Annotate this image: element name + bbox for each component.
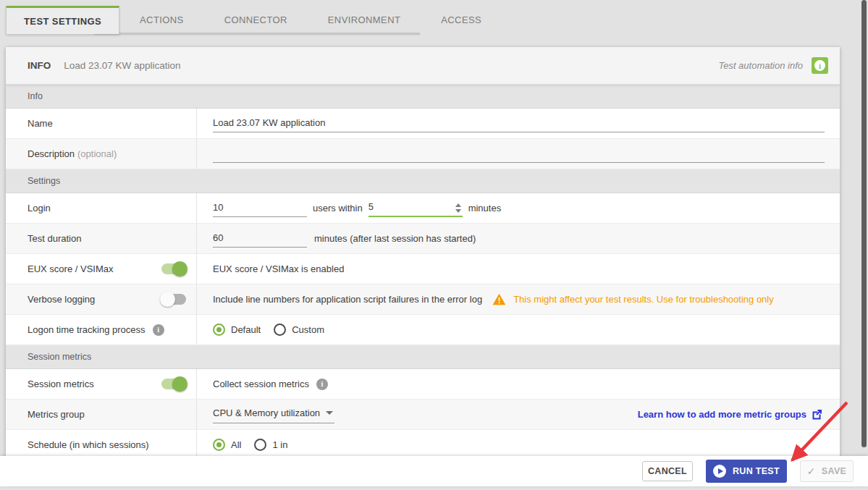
logon-tracking-custom-label: Custom (292, 324, 324, 335)
verbose-warning-text: This might affect your test results. Use… (513, 294, 774, 305)
name-input[interactable] (213, 115, 825, 132)
section-session-metrics-heading: Session metrics (28, 352, 91, 362)
schedule-radio-one-in[interactable]: 1 in (254, 439, 287, 451)
logon-tracking-radio-default[interactable]: Default (213, 324, 261, 336)
scrollbar-thumb[interactable] (861, 0, 867, 447)
verbose-logging-label: Verbose logging (28, 294, 95, 305)
users-within-label: users within (313, 203, 363, 214)
row-metrics-group: Metrics group CPU & Memory utilization L… (6, 400, 840, 430)
check-icon: ✓ (807, 465, 816, 477)
description-optional-label: (optional) (77, 148, 117, 159)
info-header: INFO Load 23.07 KW application Test auto… (6, 47, 840, 85)
action-footer: CANCEL RUN TEST ✓ SAVE (0, 456, 868, 486)
row-login: Login users within minutes (6, 193, 840, 224)
login-label: Login (28, 203, 51, 214)
section-info-heading: Info (28, 91, 43, 101)
description-input[interactable] (213, 145, 825, 163)
tab-actions[interactable]: ACTIONS (119, 6, 204, 34)
section-info: Info (6, 85, 840, 109)
info-badge: INFO (28, 60, 51, 71)
row-session-metrics: Session metrics Collect session metrics … (6, 369, 840, 400)
row-name: Name (6, 109, 840, 139)
metric-groups-link[interactable]: Learn how to add more metric groups (638, 409, 806, 420)
metrics-group-value: CPU & Memory utilization (213, 407, 320, 418)
test-duration-label: Test duration (28, 233, 81, 244)
test-title: Load 23.07 KW application (64, 60, 180, 71)
logon-tracking-radio-custom[interactable]: Custom (274, 324, 324, 336)
session-metrics-toggle[interactable] (161, 379, 186, 389)
test-automation-info-label: Test automation info (718, 60, 803, 71)
tab-environment[interactable]: ENVIRONMENT (308, 6, 421, 34)
play-icon (713, 465, 726, 478)
metrics-group-label: Metrics group (28, 409, 85, 420)
session-metrics-description: Collect session metrics (213, 379, 309, 389)
tab-bar: TEST SETTINGS ACTIONS CONNECTOR ENVIRONM… (6, 6, 502, 34)
eux-toggle[interactable] (161, 263, 186, 274)
login-minutes-field (368, 199, 463, 217)
metrics-group-dropdown[interactable]: CPU & Memory utilization (213, 405, 334, 423)
row-logon-tracking: Logon time tracking process i Default Cu… (6, 315, 840, 345)
session-metrics-label: Session metrics (28, 379, 94, 389)
schedule-all-label: All (231, 439, 241, 450)
schedule-radio-all[interactable]: All (213, 439, 241, 451)
eux-label: EUX score / VSIMax (28, 263, 113, 274)
external-link-icon[interactable] (812, 409, 822, 420)
verbose-description: Include line numbers for application scr… (213, 294, 482, 305)
row-description: Description (optional) (6, 139, 840, 169)
row-verbose-logging: Verbose logging Include line numbers for… (6, 284, 840, 315)
description-label: Description (28, 148, 75, 159)
save-button[interactable]: ✓ SAVE (800, 460, 854, 482)
test-settings-panel: INFO Load 23.07 KW application Test auto… (6, 47, 840, 456)
login-minutes-input[interactable] (368, 199, 454, 214)
number-stepper-icon[interactable] (454, 203, 463, 214)
chevron-down-icon (326, 411, 333, 415)
tab-test-settings[interactable]: TEST SETTINGS (6, 6, 119, 34)
login-users-input[interactable] (213, 200, 307, 217)
run-test-button-label: RUN TEST (733, 466, 780, 476)
section-settings: Settings (6, 169, 840, 193)
verbose-logging-toggle[interactable] (161, 294, 186, 305)
test-automation-info-icon[interactable]: i (812, 57, 828, 74)
name-label: Name (28, 118, 53, 129)
test-duration-suffix-label: minutes (after last session has started) (314, 233, 476, 244)
info-icon[interactable]: i (153, 324, 164, 336)
warning-icon (492, 293, 506, 305)
minutes-label: minutes (468, 203, 502, 214)
radio-unselected-icon (274, 324, 286, 336)
cancel-button[interactable]: CANCEL (642, 461, 693, 481)
row-schedule: Schedule (in which sessions) All 1 in (6, 430, 840, 456)
radio-selected-icon (213, 324, 225, 336)
logon-tracking-label: Logon time tracking process (28, 324, 146, 335)
schedule-one-in-label: 1 in (272, 439, 287, 450)
eux-description: EUX score / VSIMax is enabled (213, 263, 344, 274)
row-test-duration: Test duration minutes (after last sessio… (6, 224, 840, 254)
section-settings-heading: Settings (28, 176, 60, 186)
tab-access[interactable]: ACCESS (421, 6, 502, 34)
radio-unselected-icon (254, 439, 266, 451)
save-button-label: SAVE (822, 466, 846, 476)
radio-selected-icon (213, 439, 225, 451)
row-eux: EUX score / VSIMax EUX score / VSIMax is… (6, 254, 840, 284)
tab-connector[interactable]: CONNECTOR (204, 6, 308, 34)
vertical-scrollbar[interactable] (861, 0, 867, 490)
run-test-button[interactable]: RUN TEST (706, 460, 787, 483)
logon-tracking-default-label: Default (231, 324, 261, 335)
schedule-label: Schedule (in which sessions) (28, 439, 149, 450)
test-duration-input[interactable] (213, 230, 307, 248)
info-icon[interactable]: i (316, 379, 328, 390)
section-session-metrics: Session metrics (6, 345, 840, 369)
